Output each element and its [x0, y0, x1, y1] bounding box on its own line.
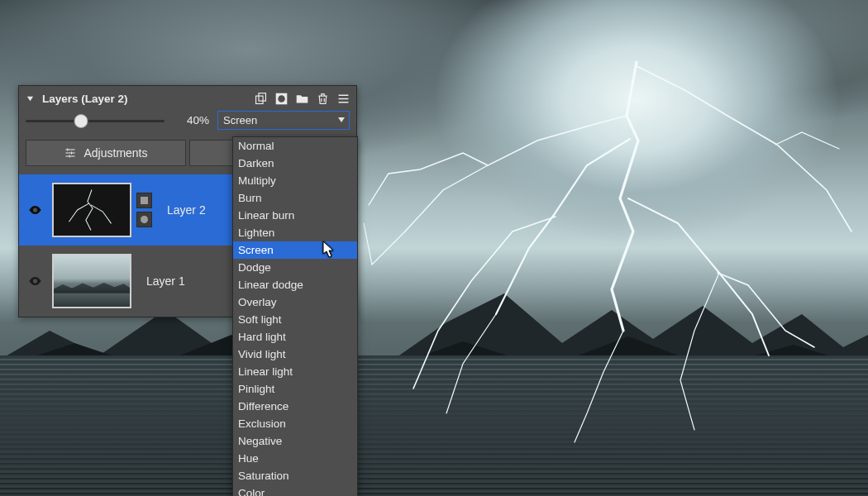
layer-badge-group: [136, 193, 152, 227]
panel-header: Layers (Layer 2): [19, 86, 356, 111]
blend-mode-select[interactable]: Screen: [217, 111, 350, 130]
blend-mode-dropdown[interactable]: NormalDarkenMultiplyBurnLinear burnLight…: [232, 136, 358, 496]
collapse-icon[interactable]: [24, 95, 36, 103]
layer-thumbnail[interactable]: [52, 183, 131, 237]
duplicate-icon[interactable]: [253, 91, 269, 107]
panel-title: Layers (Layer 2): [42, 93, 128, 105]
blend-mode-option[interactable]: Negative: [233, 432, 357, 450]
blend-mode-option[interactable]: Normal: [233, 137, 357, 155]
blend-mode-option[interactable]: Exclusion: [233, 415, 357, 432]
svg-rect-0: [256, 96, 264, 103]
blend-mode-option[interactable]: Darken: [233, 155, 357, 172]
opacity-value: 40%: [171, 114, 211, 126]
trash-icon[interactable]: [315, 91, 331, 107]
blend-mode-option[interactable]: Multiply: [233, 172, 357, 189]
blend-mode-option[interactable]: Screen: [233, 241, 357, 259]
layer-name-label: Layer 1: [146, 274, 185, 288]
blend-mode-option[interactable]: Pinlight: [233, 380, 357, 398]
menu-icon[interactable]: [336, 91, 351, 107]
blend-mode-option[interactable]: Saturation: [233, 467, 357, 484]
blend-mode-option[interactable]: Hard light: [233, 328, 357, 346]
svg-point-3: [278, 95, 285, 103]
blend-mode-option[interactable]: Color: [233, 484, 357, 496]
blend-mode-option[interactable]: Dodge: [233, 259, 357, 276]
blend-mode-option[interactable]: Linear burn: [233, 207, 357, 224]
visibility-icon[interactable]: [26, 276, 44, 286]
blend-mode-option[interactable]: Burn: [233, 189, 357, 207]
mask-icon[interactable]: [274, 91, 289, 107]
adjustments-label: Adjustments: [83, 146, 147, 160]
blend-mode-option[interactable]: Overlay: [233, 293, 357, 311]
adjustments-button[interactable]: Adjustments: [26, 140, 186, 166]
blend-mode-option[interactable]: Hue: [233, 450, 357, 467]
canvas-water: [0, 355, 868, 496]
svg-rect-1: [259, 93, 266, 100]
blend-mode-option[interactable]: Lighten: [233, 224, 357, 241]
chevron-down-icon: [338, 117, 345, 122]
blend-mode-selected: Screen: [223, 114, 257, 126]
layer-thumbnail[interactable]: [52, 254, 131, 308]
layer-mask-badge[interactable]: [136, 193, 152, 208]
visibility-icon[interactable]: [26, 205, 44, 215]
blend-mode-option[interactable]: Linear light: [233, 363, 357, 380]
layer-name-label: Layer 2: [167, 203, 206, 217]
layer-fx-badge[interactable]: [136, 212, 152, 227]
blend-mode-option[interactable]: Linear dodge: [233, 276, 357, 293]
blend-mode-option[interactable]: Difference: [233, 398, 357, 415]
opacity-slider[interactable]: [26, 113, 165, 128]
folder-icon[interactable]: [294, 91, 310, 107]
blend-mode-option[interactable]: Soft light: [233, 311, 357, 328]
svg-point-4: [32, 207, 36, 212]
blend-mode-option[interactable]: Vivid light: [233, 346, 357, 363]
opacity-blend-row: 40% Screen: [19, 111, 356, 135]
svg-point-5: [32, 279, 36, 283]
